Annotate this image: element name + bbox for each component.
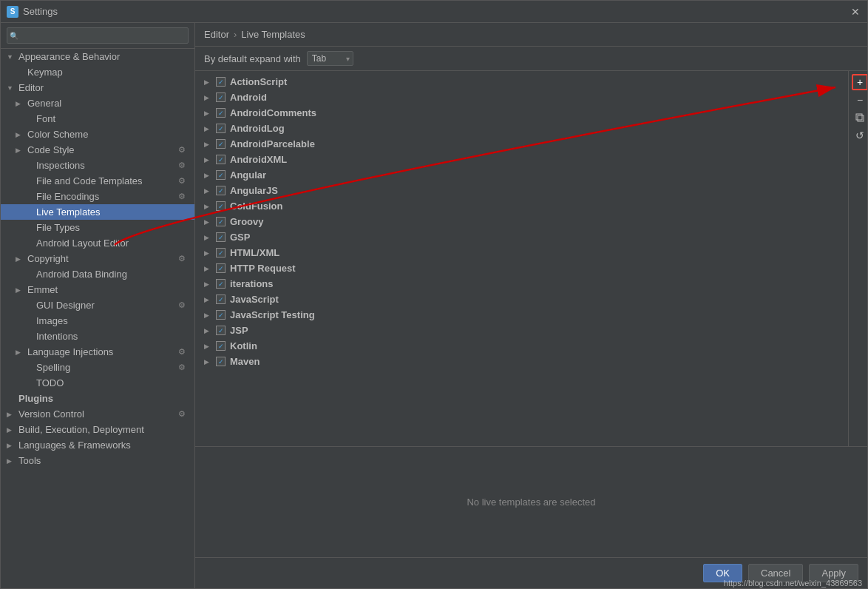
template-checkbox[interactable]: ✓ bbox=[216, 139, 226, 149]
template-checkbox[interactable]: ✓ bbox=[216, 232, 226, 242]
template-label: JavaScript bbox=[230, 294, 279, 305]
sidebar-item-plugins[interactable]: Plugins bbox=[1, 391, 194, 406]
template-item-javascripttesting[interactable]: ▶ ✓ JavaScript Testing bbox=[195, 307, 848, 323]
search-input[interactable] bbox=[7, 27, 189, 44]
sidebar-item-tools[interactable]: ▶ Tools bbox=[1, 453, 194, 468]
sidebar-item-android-data[interactable]: Android Data Binding bbox=[1, 266, 194, 282]
sidebar-item-android-layout[interactable]: Android Layout Editor bbox=[1, 235, 194, 251]
breadcrumb-separator: › bbox=[234, 29, 237, 40]
template-checkbox[interactable]: ✓ bbox=[216, 294, 226, 304]
app-icon: S bbox=[7, 6, 18, 18]
sidebar-item-build-execution[interactable]: ▶ Build, Execution, Deployment bbox=[1, 422, 194, 437]
sidebar-item-file-types[interactable]: File Types bbox=[1, 220, 194, 235]
sidebar-item-copyright[interactable]: ▶ Copyright ⚙ bbox=[1, 251, 194, 266]
remove-button[interactable]: − bbox=[852, 92, 867, 108]
sidebar-item-gui-designer[interactable]: GUI Designer ⚙ bbox=[1, 297, 194, 313]
template-checkbox[interactable]: ✓ bbox=[216, 341, 226, 351]
template-item-gsp[interactable]: ▶ ✓ GSP bbox=[195, 229, 848, 245]
add-button[interactable]: + bbox=[852, 74, 867, 90]
template-item-angularjs[interactable]: ▶ ✓ AngularJS bbox=[195, 183, 848, 198]
template-checkbox[interactable]: ✓ bbox=[216, 77, 226, 87]
expand-select-wrapper[interactable]: Tab Enter Space bbox=[307, 51, 353, 66]
sidebar-item-version-control[interactable]: ▶ Version Control ⚙ bbox=[1, 406, 194, 422]
template-checkbox[interactable]: ✓ bbox=[216, 326, 226, 335]
sidebar-item-languages[interactable]: ▶ Languages & Frameworks bbox=[1, 437, 194, 453]
template-checkbox[interactable]: ✓ bbox=[216, 357, 226, 366]
expand-arrow: ▶ bbox=[204, 203, 211, 210]
sidebar-item-label: General bbox=[27, 98, 61, 109]
template-item-androidxml[interactable]: ▶ ✓ AndroidXML bbox=[195, 152, 848, 167]
sidebar-item-spelling[interactable]: Spelling ⚙ bbox=[1, 360, 194, 375]
template-checkbox[interactable]: ✓ bbox=[216, 279, 226, 289]
template-item-androidparcelable[interactable]: ▶ ✓ AndroidParcelable bbox=[195, 136, 848, 152]
template-item-jsp[interactable]: ▶ ✓ JSP bbox=[195, 323, 848, 338]
sidebar-item-todo[interactable]: TODO bbox=[1, 375, 194, 391]
template-label: GSP bbox=[230, 232, 250, 243]
sidebar-item-label: Languages & Frameworks bbox=[18, 440, 131, 451]
collapse-arrow: ▶ bbox=[16, 100, 24, 107]
template-item-angular[interactable]: ▶ ✓ Angular bbox=[195, 167, 848, 183]
template-item-maven[interactable]: ▶ ✓ Maven bbox=[195, 354, 848, 369]
sidebar-item-label: Keymap bbox=[27, 67, 63, 78]
expand-arrow: ▶ bbox=[204, 78, 211, 86]
collapse-arrow: ▶ bbox=[7, 411, 16, 418]
sidebar-item-live-templates[interactable]: Live Templates bbox=[1, 204, 194, 220]
sidebar-item-code-style[interactable]: ▶ Code Style ⚙ bbox=[1, 142, 194, 158]
template-item-androidlog[interactable]: ▶ ✓ AndroidLog bbox=[195, 121, 848, 136]
template-checkbox[interactable]: ✓ bbox=[216, 217, 226, 226]
template-checkbox[interactable]: ✓ bbox=[216, 155, 226, 164]
expand-select[interactable]: Tab Enter Space bbox=[307, 51, 353, 66]
template-label: Maven bbox=[230, 356, 260, 367]
template-item-kotlin[interactable]: ▶ ✓ Kotlin bbox=[195, 338, 848, 354]
collapse-arrow: ▶ bbox=[16, 349, 24, 356]
template-item-androidcomments[interactable]: ▶ ✓ AndroidComments bbox=[195, 105, 848, 121]
sidebar-item-general[interactable]: ▶ General bbox=[1, 95, 194, 111]
template-item-httprequest[interactable]: ▶ ✓ HTTP Request bbox=[195, 260, 848, 276]
template-checkbox[interactable]: ✓ bbox=[216, 186, 226, 195]
gear-icon: ⚙ bbox=[178, 161, 189, 171]
expand-arrow: ▶ bbox=[204, 141, 211, 148]
watermark: https://blog.csdn.net/weixin_43869563 bbox=[724, 579, 862, 588]
template-label: JSP bbox=[230, 325, 248, 336]
template-item-htmlxml[interactable]: ▶ ✓ HTML/XML bbox=[195, 245, 848, 260]
sidebar-item-label: Emmet bbox=[27, 284, 58, 295]
sidebar-item-images[interactable]: Images bbox=[1, 313, 194, 329]
sidebar-item-file-code-templates[interactable]: File and Code Templates ⚙ bbox=[1, 173, 194, 189]
expand-arrow: ▶ bbox=[204, 110, 211, 117]
template-checkbox[interactable]: ✓ bbox=[216, 108, 226, 118]
reset-button[interactable]: ↺ bbox=[852, 127, 867, 144]
template-item-javascript[interactable]: ▶ ✓ JavaScript bbox=[195, 292, 848, 307]
template-item-iterations[interactable]: ▶ ✓ iterations bbox=[195, 276, 848, 292]
gear-icon: ⚙ bbox=[178, 409, 189, 420]
sidebar-item-lang-injections[interactable]: ▶ Language Injections ⚙ bbox=[1, 344, 194, 360]
template-item-coldfusion[interactable]: ▶ ✓ ColdFusion bbox=[195, 198, 848, 214]
sidebar-item-label: Live Templates bbox=[36, 206, 100, 218]
template-checkbox[interactable]: ✓ bbox=[216, 201, 226, 211]
template-item-android[interactable]: ▶ ✓ Android bbox=[195, 90, 848, 105]
collapse-arrow: ▶ bbox=[16, 147, 24, 154]
sidebar-item-file-encodings[interactable]: File Encodings ⚙ bbox=[1, 189, 194, 204]
template-checkbox[interactable]: ✓ bbox=[216, 248, 226, 258]
template-checkbox[interactable]: ✓ bbox=[216, 92, 226, 102]
sidebar-item-editor[interactable]: ▼ Editor bbox=[1, 80, 194, 95]
sidebar-item-color-scheme[interactable]: ▶ Color Scheme bbox=[1, 127, 194, 142]
template-checkbox[interactable]: ✓ bbox=[216, 124, 226, 133]
template-item-actionscript[interactable]: ▶ ✓ ActionScript bbox=[195, 74, 848, 90]
close-button[interactable]: ✕ bbox=[850, 6, 861, 18]
panel-toolbar: By default expand with Tab Enter Space bbox=[195, 47, 867, 71]
sidebar-item-font[interactable]: Font bbox=[1, 111, 194, 127]
collapse-arrow: ▶ bbox=[16, 131, 24, 138]
sidebar-item-appearance[interactable]: ▼ Appearance & Behavior bbox=[1, 49, 194, 64]
template-checkbox[interactable]: ✓ bbox=[216, 310, 226, 320]
sidebar-item-keymap[interactable]: Keymap bbox=[1, 64, 194, 80]
sidebar-item-label: Plugins bbox=[18, 393, 53, 404]
sidebar-item-label: File and Code Templates bbox=[36, 175, 143, 186]
sidebar-item-inspections[interactable]: Inspections ⚙ bbox=[1, 158, 194, 173]
sidebar-item-emmet[interactable]: ▶ Emmet bbox=[1, 282, 194, 297]
template-checkbox[interactable]: ✓ bbox=[216, 170, 226, 180]
sidebar-item-intentions[interactable]: Intentions bbox=[1, 329, 194, 344]
copy-button[interactable] bbox=[852, 110, 867, 126]
template-item-groovy[interactable]: ▶ ✓ Groovy bbox=[195, 214, 848, 229]
template-checkbox[interactable]: ✓ bbox=[216, 263, 226, 273]
sidebar-item-label: Spelling bbox=[36, 362, 70, 373]
